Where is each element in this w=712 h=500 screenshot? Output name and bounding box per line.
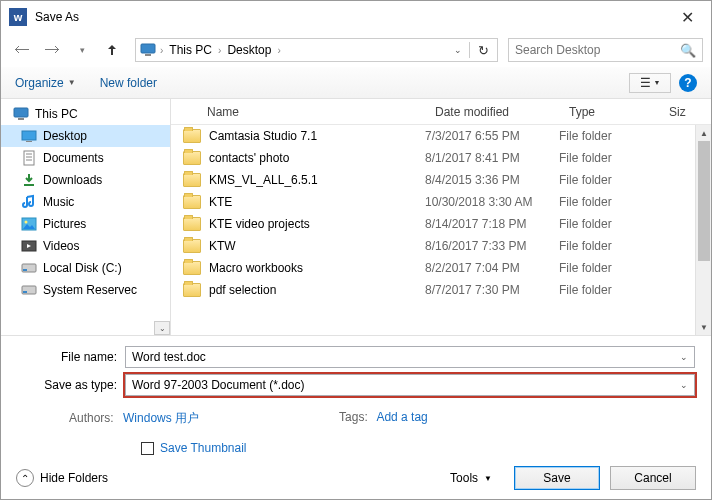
tree-scroll-down[interactable]: ⌄ (154, 321, 170, 335)
address-dropdown[interactable]: ⌄ (451, 45, 465, 55)
scroll-up-icon[interactable]: ▲ (696, 125, 712, 141)
file-scrollbar[interactable]: ▲ ▼ (695, 125, 711, 335)
filename-field[interactable]: Word test.doc ⌄ (125, 346, 695, 368)
tree-item-videos[interactable]: Videos (1, 235, 170, 257)
file-list: Name Date modified Type Siz Camtasia Stu… (171, 99, 711, 335)
folder-icon (183, 217, 201, 231)
folder-icon (183, 261, 201, 275)
videos-icon (21, 238, 37, 254)
folder-icon (183, 173, 201, 187)
tree-item-pictures[interactable]: Pictures (1, 213, 170, 235)
cancel-button[interactable]: Cancel (610, 466, 696, 490)
tree-item-system-reservec[interactable]: System Reservec (1, 279, 170, 301)
hide-folders-button[interactable]: ⌃ Hide Folders (16, 469, 108, 487)
up-button[interactable] (99, 37, 125, 63)
disk-icon (21, 260, 37, 276)
chevron-up-icon: ⌃ (16, 469, 34, 487)
forward-button: 🡒 (39, 37, 65, 63)
scroll-down-icon[interactable]: ▼ (696, 319, 712, 335)
tools-menu[interactable]: Tools ▼ (450, 471, 492, 485)
folder-icon (183, 195, 201, 209)
chevron-right-icon[interactable]: › (218, 45, 221, 56)
chevron-right-icon[interactable]: › (277, 45, 280, 56)
tree-item-local-disk-c-[interactable]: Local Disk (C:) (1, 257, 170, 279)
chevron-down-icon: ▼ (484, 474, 492, 483)
refresh-button[interactable]: ↻ (474, 43, 493, 58)
svg-rect-0 (141, 44, 155, 53)
command-bar: Organize ▼ New folder ☰ ▼ ? (1, 67, 711, 99)
pictures-icon (21, 216, 37, 232)
documents-icon (21, 150, 37, 166)
folder-icon (183, 151, 201, 165)
view-options-button[interactable]: ☰ ▼ (629, 73, 671, 93)
svg-point-12 (25, 221, 28, 224)
file-row[interactable]: Macro workbooks8/2/2017 7:04 PMFile fold… (171, 257, 711, 279)
svg-rect-5 (26, 141, 32, 142)
file-row[interactable]: KTE10/30/2018 3:30 AMFile folder (171, 191, 711, 213)
close-button[interactable]: ✕ (665, 2, 709, 32)
file-row[interactable]: KMS_VL_ALL_6.5.18/4/2015 3:36 PMFile fol… (171, 169, 711, 191)
music-icon (21, 194, 37, 210)
svg-rect-6 (24, 151, 34, 165)
breadcrumb-thispc[interactable]: This PC (167, 43, 214, 57)
save-form: File name: Word test.doc ⌄ Save as type:… (1, 335, 711, 455)
recent-dropdown[interactable]: ▾ (69, 37, 95, 63)
save-button[interactable]: Save (514, 466, 600, 490)
pc-icon (140, 43, 156, 57)
search-input[interactable] (515, 43, 680, 57)
chevron-down-icon: ▼ (654, 79, 661, 86)
address-bar[interactable]: › This PC › Desktop › ⌄ ↻ (135, 38, 498, 62)
svg-rect-15 (23, 269, 27, 271)
search-icon[interactable]: 🔍 (680, 43, 696, 58)
chevron-down-icon[interactable]: ⌄ (680, 380, 688, 390)
file-row[interactable]: Camtasia Studio 7.17/3/2017 6:55 PMFile … (171, 125, 711, 147)
folder-icon (183, 239, 201, 253)
tree-item-downloads[interactable]: Downloads (1, 169, 170, 191)
chevron-right-icon[interactable]: › (160, 45, 163, 56)
save-thumbnail-checkbox[interactable] (141, 442, 154, 455)
authors-label: Authors: (69, 411, 114, 425)
help-button[interactable]: ? (679, 74, 697, 92)
saveastype-dropdown[interactable]: Word 97-2003 Document (*.doc) ⌄ (125, 374, 695, 396)
tree-item-music[interactable]: Music (1, 191, 170, 213)
svg-rect-3 (18, 118, 24, 120)
disk-icon (21, 282, 37, 298)
file-row[interactable]: KTE video projects8/14/2017 7:18 PMFile … (171, 213, 711, 235)
dialog-footer: ⌃ Hide Folders Tools ▼ Save Cancel (0, 456, 712, 500)
tree-item-desktop[interactable]: Desktop (1, 125, 170, 147)
tree-item-documents[interactable]: Documents (1, 147, 170, 169)
view-list-icon: ☰ (640, 76, 651, 90)
col-size[interactable]: Siz (659, 105, 711, 119)
col-date[interactable]: Date modified (425, 105, 559, 119)
folder-icon (183, 129, 201, 143)
nav-tree: This PC DesktopDocumentsDownloadsMusicPi… (1, 99, 171, 335)
chevron-down-icon[interactable]: ⌄ (680, 352, 688, 362)
organize-menu[interactable]: Organize ▼ (15, 76, 76, 90)
back-button[interactable]: 🡐 (9, 37, 35, 63)
scrollbar-thumb[interactable] (698, 141, 710, 261)
word-app-icon: w (9, 8, 27, 26)
svg-rect-2 (14, 108, 28, 117)
file-row[interactable]: contacts' photo8/1/2017 8:41 PMFile fold… (171, 147, 711, 169)
col-name[interactable]: Name (171, 105, 425, 119)
filename-label: File name: (17, 350, 125, 364)
saveastype-label: Save as type: (17, 378, 125, 392)
file-row[interactable]: pdf selection8/7/2017 7:30 PMFile folder (171, 279, 711, 301)
window-title: Save As (35, 10, 665, 24)
col-type[interactable]: Type (559, 105, 659, 119)
chevron-down-icon: ▼ (68, 78, 76, 87)
downloads-icon (21, 172, 37, 188)
pc-icon (13, 106, 29, 122)
authors-value[interactable]: Windows 用户 (123, 411, 199, 425)
desktop-icon (21, 128, 37, 144)
tags-value[interactable]: Add a tag (376, 410, 427, 424)
breadcrumb-desktop[interactable]: Desktop (225, 43, 273, 57)
save-thumbnail-label[interactable]: Save Thumbnail (160, 441, 247, 455)
search-box[interactable]: 🔍 (508, 38, 703, 62)
tree-thispc[interactable]: This PC (1, 103, 170, 125)
new-folder-button[interactable]: New folder (100, 76, 157, 90)
svg-rect-10 (24, 184, 34, 186)
file-row[interactable]: KTW8/16/2017 7:33 PMFile folder (171, 235, 711, 257)
navigation-bar: 🡐 🡒 ▾ › This PC › Desktop › ⌄ ↻ 🔍 (1, 33, 711, 67)
column-headers: Name Date modified Type Siz (171, 99, 711, 125)
